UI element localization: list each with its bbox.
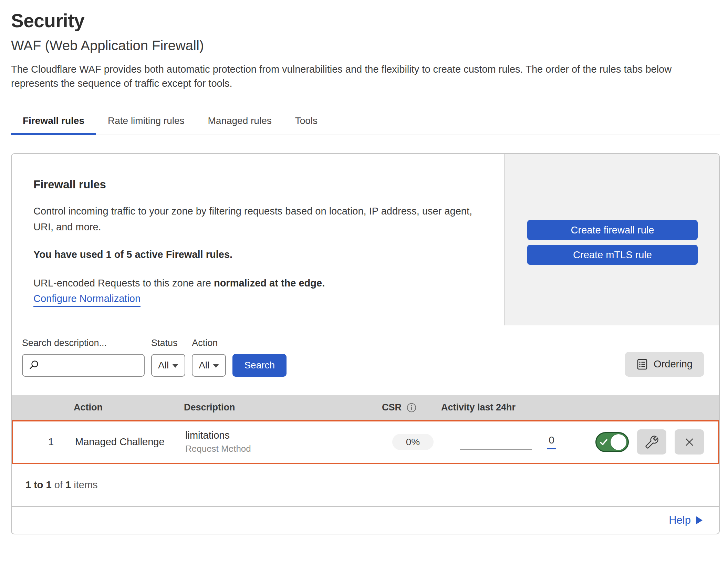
firewall-rules-table: Action Description CSR Activity last 24h… [12,395,719,464]
firewall-rules-info: Firewall rules Control incoming traffic … [12,154,504,325]
search-label: Search description... [22,338,145,348]
ordering-button-label: Ordering [654,358,693,370]
delete-rule-button[interactable] [675,429,704,455]
search-box [22,354,145,377]
edit-rule-button[interactable] [637,429,666,455]
items-range: 1 to 1 [25,479,52,491]
tab-firewall-rules[interactable]: Firewall rules [11,115,96,135]
rules-filter-bar: Search description... Status All Action … [12,325,719,377]
normalization-text: URL-encoded Requests to this zone are no… [33,278,483,289]
csr-badge: 0% [392,434,434,450]
info-icon[interactable] [406,403,417,413]
rule-priority: 1 [27,436,75,448]
action-column-header: Action [74,402,184,413]
status-select-value: All [158,360,169,371]
action-filter-group: Action All [192,338,226,377]
ordering-button[interactable]: Ordering [625,352,704,377]
card-description: Control incoming traffic to your zone by… [33,203,483,235]
create-mtls-rule-button[interactable]: Create mTLS rule [527,245,698,265]
rule-activity-cell: 0 [443,421,556,463]
items-text: items [71,479,97,491]
page-title: Security [11,10,720,32]
create-rule-panel: Create firewall rule Create mTLS rule [504,154,719,325]
search-icon [28,360,39,371]
rule-csr-cell: 0% [392,437,434,448]
table-header-row: Action Description CSR Activity last 24h… [12,395,719,420]
waf-tab-bar: Firewall rules Rate limiting rules Manag… [11,115,720,135]
rule-enabled-toggle[interactable] [595,432,629,452]
activity-column-header: Activity last 24hr [441,402,555,413]
firewall-rule-row: 1 Managed Challenge limitations Request … [12,420,719,464]
chevron-down-icon [213,364,219,368]
items-total: 1 [65,479,71,491]
rule-action: Managed Challenge [75,436,185,448]
page-description: The Cloudflare WAF provides both automat… [11,62,710,91]
help-bar: Help [12,506,719,534]
create-firewall-rule-button[interactable]: Create firewall rule [527,220,698,240]
wrench-icon [645,436,658,449]
search-input[interactable] [43,359,144,371]
activity-count-link[interactable]: 0 [547,435,556,449]
description-column-header: Description [184,402,382,413]
status-filter-group: Status All [151,338,185,377]
tab-tools[interactable]: Tools [283,115,329,135]
arrow-right-icon [696,516,703,524]
normalization-prefix: URL-encoded Requests to this zone are [33,278,214,289]
rule-controls [556,429,704,455]
close-icon [683,436,696,448]
toggle-knob [611,434,626,450]
of-text: of [52,479,65,491]
rule-description: limitations [185,430,383,441]
rule-description-cell: limitations Request Method [185,430,383,454]
action-label: Action [192,338,226,348]
action-select-value: All [199,360,209,371]
ordered-list-icon [636,358,648,370]
chevron-down-icon [172,364,178,368]
search-group: Search description... [22,338,145,377]
card-heading: Firewall rules [33,178,483,191]
check-icon [599,438,608,447]
configure-normalization-link[interactable]: Configure Normalization [33,293,141,307]
search-button[interactable]: Search [232,354,287,377]
rules-usage-text: You have used 1 of 5 active Firewall rul… [33,249,483,260]
help-link-label: Help [669,514,691,526]
tab-managed-rules[interactable]: Managed rules [196,115,283,135]
activity-sparkline [460,449,532,450]
normalization-bold: normalized at the edge. [214,278,325,289]
pagination-summary: 1 to 1 of 1 items [12,464,719,506]
firewall-rules-card: Firewall rules Control incoming traffic … [11,153,720,534]
firewall-rules-overview-section: Firewall rules Control incoming traffic … [12,154,719,325]
rule-expression: Request Method [185,443,383,454]
csr-column-header: CSR [382,402,441,413]
page-subtitle: WAF (Web Application Firewall) [11,38,720,53]
status-label: Status [151,338,185,348]
action-select[interactable]: All [192,354,226,377]
tab-rate-limiting-rules[interactable]: Rate limiting rules [96,115,196,135]
help-link[interactable]: Help [669,514,703,526]
status-select[interactable]: All [151,354,185,377]
